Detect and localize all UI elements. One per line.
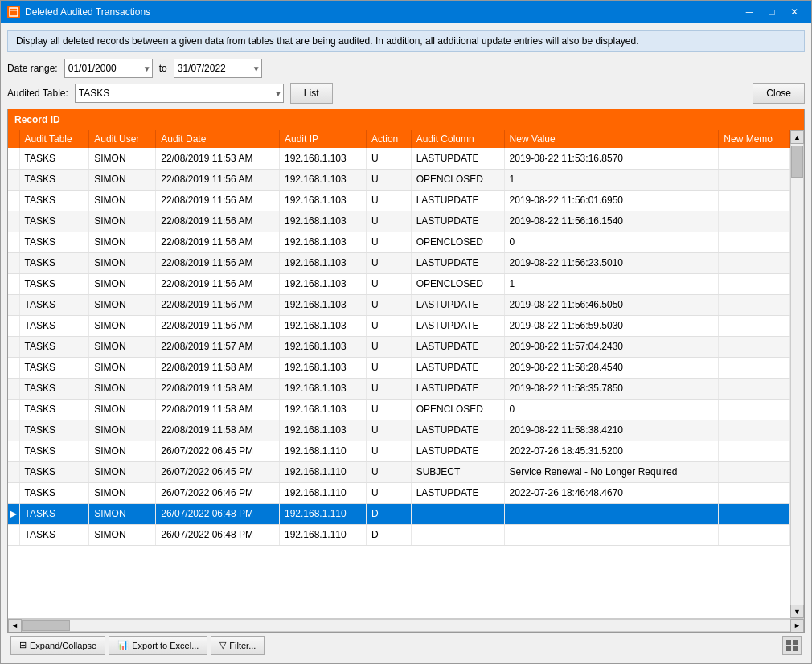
cell-6: SUBJECT [411,461,504,482]
horizontal-scroll-area: ◄ ► [8,618,804,632]
table-row[interactable]: TASKSSIMON22/08/2019 11:56 AM192.168.1.1… [8,294,790,315]
filter-label: Filter... [229,641,256,650]
date-from-select[interactable]: 01/01/2000 [64,59,153,78]
table-row[interactable]: TASKSSIMON26/07/2022 06:48 PM192.168.1.1… [8,524,790,545]
scroll-up-button[interactable]: ▲ [790,130,804,144]
cell-8 [719,315,790,336]
bottom-right-icon[interactable] [782,636,802,655]
svg-rect-3 [793,640,798,645]
cell-7: 2019-08-22 11:56:23.5010 [504,252,719,273]
close-button[interactable]: Close [753,83,805,104]
row-indicator-cell [8,294,19,315]
cell-5: U [366,190,411,211]
table-row[interactable]: TASKSSIMON22/08/2019 11:58 AM192.168.1.1… [8,378,790,399]
cell-5: U [366,211,411,232]
cell-4: 192.168.1.103 [279,357,366,378]
table-row[interactable]: TASKSSIMON26/07/2022 06:46 PM192.168.1.1… [8,482,790,503]
table-row[interactable]: TASKSSIMON22/08/2019 11:58 AM192.168.1.1… [8,420,790,441]
list-button[interactable]: List [290,83,333,104]
cell-6: LASTUPDATE [411,211,504,232]
audited-table-wrapper[interactable]: TASKS ▼ [75,84,284,103]
table-wrapper[interactable]: Audit Table Audit User Audit Date Audit … [8,130,790,618]
scroll-track-horizontal[interactable] [22,619,790,632]
record-id-bar: Record ID [8,109,804,130]
cell-5: U [366,378,411,399]
cell-8 [719,420,790,441]
cell-5: U [366,441,411,461]
cell-5: U [366,399,411,420]
table-row[interactable]: TASKSSIMON26/07/2022 06:45 PM192.168.1.1… [8,461,790,482]
col-header-audit-date: Audit Date [156,130,280,148]
cell-8 [719,378,790,399]
cell-8 [719,294,790,315]
cell-5: U [366,273,411,294]
date-range-label: Date range: [7,63,58,74]
table-row[interactable]: TASKSSIMON22/08/2019 11:58 AM192.168.1.1… [8,357,790,378]
cell-6: OPENCLOSED [411,169,504,190]
col-header-audit-table: Audit Table [19,130,89,148]
title-bar-controls: ─ □ ✕ [739,4,805,20]
window-close-button[interactable]: ✕ [784,4,805,20]
cell-4: 192.168.1.110 [279,524,366,545]
cell-3: 22/08/2019 11:56 AM [156,294,280,315]
maximize-button[interactable]: □ [761,4,782,20]
cell-5: U [366,148,411,169]
table-row[interactable]: TASKSSIMON22/08/2019 11:53 AM192.168.1.1… [8,148,790,169]
cell-4: 192.168.1.103 [279,252,366,273]
row-indicator-cell [8,211,19,232]
table-row[interactable]: TASKSSIMON22/08/2019 11:56 AM192.168.1.1… [8,252,790,273]
col-header-new-memo: New Memo [719,130,790,148]
scroll-left-button[interactable]: ◄ [8,619,22,633]
date-from-wrapper[interactable]: 01/01/2000 ▼ [64,59,153,78]
cell-4: 192.168.1.103 [279,420,366,441]
svg-rect-5 [793,646,798,651]
cell-6: LASTUPDATE [411,252,504,273]
cell-1: TASKS [19,211,89,232]
scroll-thumb-horizontal[interactable] [22,620,70,631]
date-to-select[interactable]: 31/07/2022 [174,59,262,78]
table-row[interactable]: TASKSSIMON22/08/2019 11:58 AM192.168.1.1… [8,399,790,420]
table-row[interactable]: TASKSSIMON26/07/2022 06:45 PM192.168.1.1… [8,441,790,461]
table-row[interactable]: TASKSSIMON22/08/2019 11:56 AM192.168.1.1… [8,315,790,336]
cell-1: TASKS [19,357,89,378]
main-table-area: Audit Table Audit User Audit Date Audit … [8,130,804,618]
col-header-audit-user: Audit User [89,130,156,148]
export-to-excel-button[interactable]: 📊 Export to Excel... [109,636,207,655]
col-header-action: Action [366,130,411,148]
minimize-button[interactable]: ─ [739,4,760,20]
scroll-track-vertical[interactable] [790,144,804,605]
scroll-thumb-vertical[interactable] [791,146,803,178]
cell-8 [719,336,790,357]
cell-3: 22/08/2019 11:56 AM [156,169,280,190]
cell-6: LASTUPDATE [411,378,504,399]
date-to-wrapper[interactable]: 31/07/2022 ▼ [174,59,262,78]
cell-8 [719,482,790,503]
table-row[interactable]: TASKSSIMON22/08/2019 11:56 AM192.168.1.1… [8,190,790,211]
table-row[interactable]: TASKSSIMON22/08/2019 11:57 AM192.168.1.1… [8,336,790,357]
cell-8 [719,503,790,524]
row-indicator-cell [8,482,19,503]
expand-collapse-button[interactable]: ⊞ Expand/Collapse [10,636,105,655]
cell-8 [719,357,790,378]
cell-1: TASKS [19,441,89,461]
table-row[interactable]: TASKSSIMON22/08/2019 11:56 AM192.168.1.1… [8,232,790,252]
filter-button[interactable]: ▽ Filter... [211,636,265,655]
bottom-bar: ⊞ Expand/Collapse 📊 Export to Excel... ▽… [7,633,805,657]
table-row[interactable]: TASKSSIMON22/08/2019 11:56 AM192.168.1.1… [8,273,790,294]
cell-4: 192.168.1.103 [279,148,366,169]
svg-rect-2 [786,640,791,645]
scroll-down-button[interactable]: ▼ [790,605,804,618]
table-row[interactable]: TASKSSIMON22/08/2019 11:56 AM192.168.1.1… [8,211,790,232]
row-indicator-cell [8,336,19,357]
scroll-right-button[interactable]: ► [790,619,804,633]
cell-5: U [366,232,411,252]
cell-8 [719,190,790,211]
table-row[interactable]: ▶TASKSSIMON26/07/2022 06:48 PM192.168.1.… [8,503,790,524]
audited-table-select[interactable]: TASKS [75,84,284,103]
cell-5: U [366,315,411,336]
content-area: Display all deleted records between a gi… [1,23,811,663]
table-row[interactable]: TASKSSIMON22/08/2019 11:56 AM192.168.1.1… [8,169,790,190]
row-indicator-cell [8,420,19,441]
cell-5: D [366,524,411,545]
cell-3: 26/07/2022 06:48 PM [156,524,280,545]
